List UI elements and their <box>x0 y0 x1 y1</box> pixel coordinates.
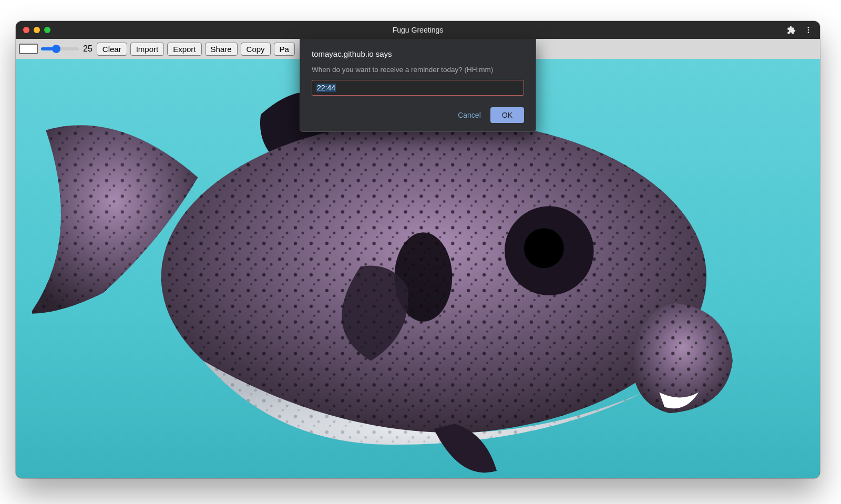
prompt-ok-button[interactable]: OK <box>490 107 524 123</box>
color-picker[interactable] <box>19 44 38 54</box>
import-button[interactable]: Import <box>130 43 165 56</box>
app-window: Fugu Greetings 25 Clear Import Export Sh… <box>16 21 820 478</box>
svg-point-1 <box>808 29 809 31</box>
titlebar: Fugu Greetings <box>16 21 820 39</box>
export-button[interactable]: Export <box>167 43 201 56</box>
svg-point-0 <box>808 27 809 28</box>
kebab-menu-icon[interactable] <box>804 26 813 34</box>
prompt-input[interactable]: 22:44 <box>312 80 524 96</box>
paste-button-truncated[interactable]: Pa <box>274 43 295 56</box>
extensions-icon[interactable] <box>787 26 796 35</box>
copy-button[interactable]: Copy <box>241 43 271 56</box>
js-prompt-dialog: tomayac.github.io says When do you want … <box>300 39 536 132</box>
window-controls <box>16 27 50 33</box>
minimize-window-button[interactable] <box>34 27 40 33</box>
svg-point-2 <box>808 32 809 33</box>
svg-point-9 <box>524 228 563 268</box>
prompt-input-value: 22:44 <box>316 84 336 92</box>
prompt-message: When do you want to receive a reminder t… <box>312 66 524 74</box>
brush-size-value: 25 <box>82 44 94 54</box>
brush-size-slider[interactable] <box>41 47 79 50</box>
maximize-window-button[interactable] <box>44 27 50 33</box>
share-button[interactable]: Share <box>205 43 238 56</box>
prompt-origin: tomayac.github.io says <box>312 49 524 58</box>
clear-button[interactable]: Clear <box>97 43 127 56</box>
window-title: Fugu Greetings <box>16 26 820 34</box>
slider-thumb[interactable] <box>52 45 60 53</box>
close-window-button[interactable] <box>23 27 29 33</box>
prompt-cancel-button[interactable]: Cancel <box>458 111 481 119</box>
